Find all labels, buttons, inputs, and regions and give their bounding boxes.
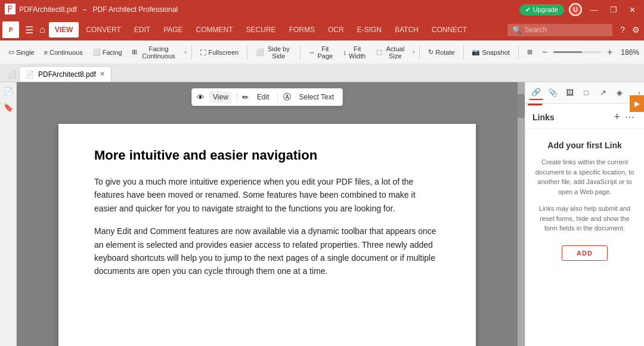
- menu-item-secure[interactable]: SECURE: [240, 22, 282, 38]
- toolbar-chevron-left[interactable]: ‹: [184, 49, 186, 55]
- zoom-controls: − + 186%: [538, 46, 639, 59]
- actual-size-btn[interactable]: ⬚ Actual Size: [373, 43, 411, 62]
- links-description-1: Create links within the current document…: [535, 157, 634, 197]
- menu-item-page[interactable]: PAGE: [157, 22, 188, 38]
- single-btn[interactable]: ▭ Single: [5, 46, 38, 58]
- hamburger-icon[interactable]: ☰: [23, 22, 36, 38]
- actual-size-icon: ⬚: [376, 48, 382, 56]
- facing-icon: ⬜: [92, 48, 101, 56]
- rp-link-icon[interactable]: 🔗: [529, 86, 543, 100]
- toolbar: ▭ Single ≡ Continuous ⬜ Facing ⊞ Facing …: [0, 40, 644, 64]
- links-content: Add your first Link Create links within …: [525, 129, 644, 346]
- menu-item-connect[interactable]: CONNECT: [426, 22, 473, 38]
- rp-image-icon[interactable]: 🖼: [562, 86, 577, 100]
- links-menu-button[interactable]: ⋯: [623, 111, 637, 123]
- title-bar: 🅿 PDFArchitect8.pdf – PDF Architect Prof…: [0, 0, 644, 19]
- pdf-scrollbar[interactable]: [518, 82, 525, 346]
- active-indicator-bar: ▶: [525, 104, 644, 106]
- toolbar-sep-5: [463, 45, 464, 60]
- grid-icon: ⊞: [527, 48, 532, 56]
- orange-sidebar-btn[interactable]: ▶: [630, 95, 644, 112]
- right-panel-icons: 🔗 📎 🖼 □ ↗ ◈ ›: [525, 82, 644, 104]
- pdf-scroll-thumb[interactable]: [518, 94, 525, 118]
- close-button[interactable]: ✕: [626, 4, 639, 15]
- facing-continuous-btn[interactable]: ⊞ Facing Continuous: [128, 43, 182, 62]
- toolbar-chevron-right[interactable]: ›: [413, 49, 414, 55]
- continuous-icon: ≡: [44, 49, 48, 56]
- pencil-icon: ✏: [242, 93, 249, 102]
- left-panel-bookmark-icon[interactable]: 🔖: [1, 101, 16, 114]
- text-cursor-icon: Ⓐ: [283, 92, 291, 102]
- help-icon[interactable]: ?: [618, 23, 627, 36]
- sidebar-arrow-icon: ▶: [634, 99, 640, 108]
- toolbar-sep-3: [300, 45, 301, 60]
- fullscreen-btn[interactable]: ⛶ Fullscreen: [196, 46, 242, 58]
- snapshot-btn[interactable]: 📷 Snapshot: [468, 46, 513, 58]
- settings-icon[interactable]: ⚙: [630, 23, 642, 36]
- zoom-in-btn[interactable]: +: [603, 46, 616, 59]
- left-panel-page-icon[interactable]: 📄: [1, 85, 16, 98]
- pdf-tab[interactable]: 📄 PDFArchitect8.pdf ✕: [19, 66, 112, 82]
- menu-item-batch[interactable]: BATCH: [389, 22, 425, 38]
- view-icon: 👁: [197, 93, 205, 102]
- continuous-btn[interactable]: ≡ Continuous: [41, 46, 86, 58]
- panel-toggle[interactable]: ⬜: [5, 67, 19, 82]
- search-box[interactable]: 🔍: [507, 24, 612, 36]
- pdf-page: More intuitive and easier navigation To …: [58, 124, 476, 346]
- edit-button[interactable]: Edit: [253, 91, 273, 103]
- menu-item-convert[interactable]: CONVERT: [80, 22, 126, 38]
- snapshot-icon: 📷: [472, 48, 480, 56]
- rotate-icon: ↻: [428, 48, 434, 56]
- search-input[interactable]: [524, 26, 608, 34]
- menu-item-esign[interactable]: E-SIGN: [351, 22, 388, 38]
- toolbar-sep-6: [518, 45, 519, 60]
- upgrade-button[interactable]: ✔ Upgrade: [519, 4, 564, 15]
- minimize-button[interactable]: —: [587, 4, 602, 15]
- app-icon: 🅿: [5, 4, 16, 16]
- toolbar-sep-4: [419, 45, 420, 60]
- facing-continuous-icon: ⊞: [132, 48, 137, 56]
- rp-highlight-icon[interactable]: ◈: [612, 86, 627, 100]
- fit-width-icon: ↕: [343, 49, 346, 56]
- menu-item-forms[interactable]: FORMS: [283, 22, 321, 38]
- menu-right-icons: ? ⚙: [618, 23, 642, 36]
- menu-item-ocr[interactable]: OCR: [322, 22, 350, 38]
- links-add-button[interactable]: +: [611, 111, 623, 123]
- menu-item-comment[interactable]: COMMENT: [190, 22, 239, 38]
- links-title: Links: [532, 113, 611, 122]
- tab-close-icon[interactable]: ✕: [100, 70, 105, 78]
- pdf-viewer[interactable]: 👁 View ✏ Edit Ⓐ Select Text More intuiti…: [17, 82, 518, 346]
- float-sep-1: [237, 92, 237, 102]
- single-icon: ▭: [8, 48, 14, 56]
- fit-width-btn[interactable]: ↕ Fit Width: [339, 43, 370, 62]
- title-bar-appname: PDF Architect Professional: [92, 5, 178, 14]
- grid-btn[interactable]: ⊞: [524, 46, 536, 58]
- restore-button[interactable]: ❐: [606, 4, 621, 15]
- menu-item-view[interactable]: VIEW: [49, 22, 79, 38]
- home-icon[interactable]: ⌂: [37, 22, 48, 38]
- rotate-btn[interactable]: ↻ Rotate: [425, 46, 458, 58]
- user-avatar[interactable]: U: [569, 3, 582, 16]
- facing-btn[interactable]: ⬜ Facing: [89, 46, 126, 58]
- links-description-2: Links may also help submit and reset for…: [535, 204, 634, 233]
- main-area: 📄 🔖 👁 View ✏ Edit Ⓐ Select Text More int…: [0, 82, 644, 346]
- add-link-button[interactable]: ADD: [562, 245, 608, 261]
- search-icon: 🔍: [512, 26, 522, 35]
- float-sep-2: [278, 92, 278, 102]
- pdf-heading: More intuitive and easier navigation: [94, 148, 440, 163]
- rp-attach-icon[interactable]: 📎: [546, 86, 560, 100]
- rp-square-icon[interactable]: □: [579, 86, 593, 100]
- zoom-out-btn[interactable]: −: [538, 46, 551, 59]
- pdf-paragraph-1: To give you a much more intuitive experi…: [94, 175, 440, 215]
- zoom-slider[interactable]: [553, 51, 601, 53]
- view-button[interactable]: View: [209, 91, 232, 103]
- select-text-button[interactable]: Select Text: [296, 91, 338, 103]
- links-header: Links + ⋯: [525, 106, 644, 129]
- toolbar-sep-2: [247, 45, 247, 60]
- fit-page-btn[interactable]: ↔ Fit Page: [305, 43, 337, 62]
- title-bar-left: 🅿 PDFArchitect8.pdf – PDF Architect Prof…: [5, 4, 178, 16]
- side-by-side-btn[interactable]: ⬜ Side by Side: [252, 43, 295, 62]
- tab-label: PDFArchitect8.pdf: [38, 70, 96, 79]
- menu-item-edit[interactable]: EDIT: [128, 22, 156, 38]
- rp-export-icon[interactable]: ↗: [596, 86, 610, 100]
